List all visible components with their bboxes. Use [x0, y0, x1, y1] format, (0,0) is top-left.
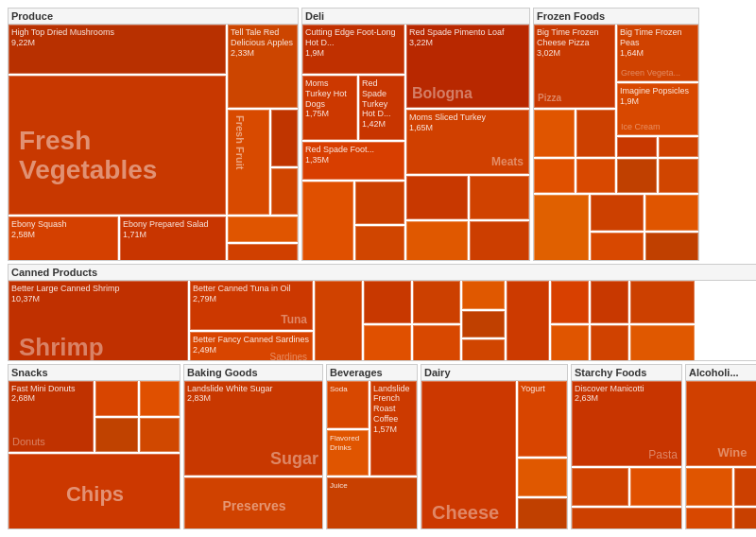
canned-small4: [413, 281, 460, 323]
starchy-title: Starchy Foods: [572, 365, 681, 381]
alcoholic-title: Alcoholi...: [686, 365, 756, 381]
frozen-small12: [645, 195, 698, 231]
produce-fresh-veg: FreshVegetables: [9, 76, 226, 215]
deli-sliced-turkey: Moms Sliced Turkey 1,65M Meats: [406, 110, 529, 174]
frozen-small2: [576, 110, 615, 157]
snacks-small4: [140, 418, 180, 452]
frozen-small3: [617, 137, 657, 157]
starchy-small1: [572, 468, 628, 506]
canned-small5: [413, 325, 460, 359]
frozen-block: Frozen Foods Big Time Frozen Cheese Pizz…: [533, 8, 699, 261]
snacks-content: Fast Mini Donuts 2,68M Donuts Chips: [9, 381, 180, 529]
canned-content: Better Large Canned Shrimp 10,37M Shrimp…: [9, 281, 756, 359]
canned-small15: [630, 325, 695, 359]
alcoholic-wine: Wine: [686, 381, 756, 466]
deli-turkey-dogs: Moms Turkey Hot Dogs 1,75M: [302, 76, 357, 140]
main-container: Produce High Top Dried Mushrooms 9,22M T…: [0, 0, 756, 537]
row3: Snacks Fast Mini Donuts 2,68M Donuts Chi…: [8, 364, 756, 530]
frozen-small4: [659, 137, 698, 157]
deli-block: Deli Cutting Edge Foot-Long Hot D... 1,9…: [301, 8, 530, 261]
deli-small3: [355, 226, 404, 260]
deli-small4: [406, 176, 468, 219]
deli-small5: [406, 221, 468, 260]
canned-shrimp: Better Large Canned Shrimp 10,37M Shrimp: [9, 281, 188, 359]
starchy-block: Starchy Foods Discover Manicotti 2,63M P…: [571, 364, 682, 530]
alcoholic-small4: [734, 508, 756, 529]
produce-squash: Ebony Squash 2,58M: [9, 217, 118, 260]
row2: Canned Products Better Large Canned Shri…: [8, 264, 756, 360]
canned-small3: [364, 325, 411, 359]
starchy-content: Discover Manicotti 2,63M Pasta: [572, 381, 681, 529]
frozen-small5: [534, 159, 575, 193]
deli-redspade-foot: Red Spade Foot... 1,35M: [302, 142, 404, 180]
snacks-donuts: Fast Mini Donuts 2,68M Donuts: [9, 381, 94, 452]
dairy-block: Dairy Cheese Yogurt: [421, 364, 568, 530]
alcoholic-block: Alcoholi... Wine: [685, 364, 756, 530]
baking-sugar: Landslide White Sugar 2,83M Sugar: [184, 381, 322, 476]
baking-content: Landslide White Sugar 2,83M Sugar Preser…: [184, 381, 322, 529]
canned-tuna: Better Canned Tuna in Oil 2,79M Tuna: [190, 281, 313, 330]
baking-preserves: Preserves: [184, 477, 322, 529]
canned-small14: [630, 281, 695, 323]
produce-mushrooms: High Top Dried Mushrooms 9,22M: [9, 25, 226, 74]
dairy-content: Cheese Yogurt: [421, 381, 567, 529]
canned-small13: [591, 325, 628, 359]
row1: Produce High Top Dried Mushrooms 9,22M T…: [8, 8, 756, 261]
beverages-title: Beverages: [327, 365, 417, 381]
frozen-small1: [534, 110, 575, 157]
produce-apples: Tell Tale Red Delicious Apples 2,33M: [228, 25, 298, 108]
chart-area: Produce High Top Dried Mushrooms 9,22M T…: [8, 8, 756, 529]
produce-salad: Ebony Prepared Salad 1,71M: [120, 217, 226, 260]
frozen-content: Big Time Frozen Cheese Pizza 3,02M Pizza…: [534, 25, 698, 260]
deli-hotdog: Cutting Edge Foot-Long Hot D... 1,9M: [302, 25, 404, 74]
deli-turkey-hotd: Red Spade Turkey Hot D... 1,42M: [359, 76, 404, 140]
bev-flavored: Flavored Drinks: [327, 430, 369, 476]
produce-content: High Top Dried Mushrooms 9,22M Tell Tale…: [9, 25, 298, 260]
produce-small2: [271, 168, 298, 215]
canned-small2: [364, 281, 411, 323]
snacks-chips: Chips: [9, 454, 180, 529]
alcoholic-small2: [734, 468, 756, 506]
canned-title: Canned Products: [9, 265, 756, 281]
frozen-small9: [534, 195, 589, 260]
deli-content: Cutting Edge Foot-Long Hot D... 1,9M Red…: [302, 25, 529, 260]
canned-small12: [591, 281, 628, 323]
snacks-small3: [140, 381, 180, 416]
bev-soda: Soda: [327, 381, 369, 428]
baking-title: Baking Goods: [184, 365, 322, 381]
alcoholic-content: Wine: [686, 381, 756, 529]
deli-small7: [470, 221, 529, 260]
frozen-small7: [617, 159, 657, 193]
snacks-title: Snacks: [9, 365, 180, 381]
dairy-small1: [518, 459, 567, 496]
canned-small1: [315, 281, 362, 359]
frozen-pizza: Big Time Frozen Cheese Pizza 3,02M Pizza: [534, 25, 615, 108]
frozen-small10: [591, 195, 644, 231]
deli-small1: [302, 182, 353, 260]
canned-small11: [551, 325, 589, 359]
canned-sardines: Better Fancy Canned Sardines 2,49M Sardi…: [190, 332, 313, 359]
baking-block: Baking Goods Landslide White Sugar 2,83M…: [183, 364, 323, 530]
snacks-small1: [95, 381, 138, 416]
snacks-block: Snacks Fast Mini Donuts 2,68M Donuts Chi…: [8, 364, 180, 530]
alcoholic-small1: [686, 468, 732, 506]
bev-coffee: Landslide French Roast Coffee 1,57M: [370, 381, 417, 476]
frozen-title: Frozen Foods: [534, 9, 698, 25]
produce-title: Produce: [9, 9, 298, 25]
starchy-small3: [572, 508, 681, 529]
dairy-title: Dairy: [421, 365, 567, 381]
bev-juice: Juice: [327, 477, 417, 529]
canned-small6: [462, 281, 505, 309]
frozen-peas: Big Time Frozen Peas 1,64M Green Vegeta.…: [617, 25, 698, 81]
frozen-small8: [659, 159, 698, 193]
alcoholic-small3: [686, 508, 732, 529]
canned-small10: [551, 281, 589, 323]
starchy-manicotti: Discover Manicotti 2,63M Pasta: [572, 381, 681, 466]
starchy-small2: [630, 468, 681, 506]
produce-small1: [271, 110, 298, 166]
snacks-small2: [95, 418, 138, 452]
frozen-small13: [645, 233, 698, 260]
deli-pimento: Red Spade Pimento Loaf 3,22M Bologna: [406, 25, 529, 108]
dairy-cheese: Cheese: [421, 381, 516, 529]
produce-block: Produce High Top Dried Mushrooms 9,22M T…: [8, 8, 299, 261]
